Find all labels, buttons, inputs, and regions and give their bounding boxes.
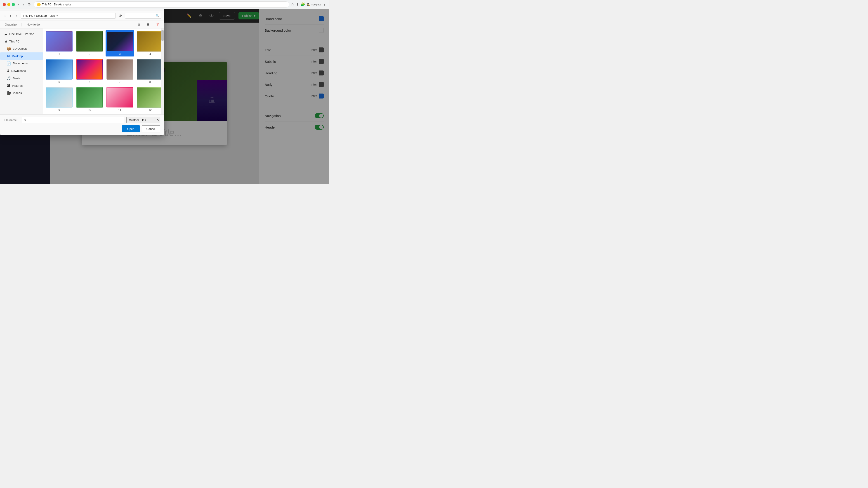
music-label: Music — [13, 76, 21, 80]
address-text: This PC › Desktop › pics — [42, 3, 71, 6]
file-name-10: 10 — [88, 108, 91, 111]
back-button[interactable]: ‹ — [17, 2, 21, 7]
dialog-filename-row: File name: Custom Files — [4, 117, 160, 123]
3dobjects-icon: 📦 — [6, 46, 11, 51]
documents-icon: 📄 — [6, 61, 11, 66]
dialog-toolbar: ‹ › ↑ This PC › Desktop › pics ▾ ⟳ 🔍 — [0, 11, 164, 21]
sidebar-videos[interactable]: 🎥 Videos — [0, 89, 43, 97]
documents-label: Documents — [13, 62, 28, 65]
dialog-new-folder-btn[interactable]: New folder — [25, 22, 42, 27]
breadcrumb-dropdown-icon[interactable]: ▾ — [57, 14, 58, 18]
sidebar-thispc[interactable]: 🖥 This PC — [0, 38, 43, 45]
pictures-icon: 🖼 — [6, 84, 10, 88]
thispc-icon: 🖥 — [4, 39, 7, 43]
file-thumb-10 — [76, 87, 103, 107]
file-item-3[interactable]: 3 — [105, 30, 134, 57]
dialog-refresh-btn[interactable]: ⟳ — [118, 13, 123, 19]
dialog-breadcrumb[interactable]: This PC › Desktop › pics ▾ — [21, 13, 116, 19]
help-btn[interactable]: ❓ — [154, 22, 161, 27]
dialog-action-buttons: Open Cancel — [4, 125, 160, 132]
file-name-6: 6 — [89, 80, 90, 84]
file-name-4: 4 — [149, 53, 151, 56]
sidebar-onedrive[interactable]: ☁ OneDrive – Person — [0, 30, 43, 38]
sidebar-music[interactable]: 🎵 Music — [0, 74, 43, 82]
file-item-12[interactable]: 12 — [136, 86, 164, 112]
downloads-icon: ⬇ — [6, 69, 9, 73]
file-item-4[interactable]: 4 — [136, 30, 164, 57]
dialog-cancel-btn[interactable]: Cancel — [142, 125, 160, 132]
browser-chrome: ‹ › ⟳ 🟡 This PC › Desktop › pics ☆ ⬇ 🧩 🕵… — [0, 0, 329, 9]
window-controls — [3, 3, 15, 6]
breadcrumb-sep-2: › — [48, 14, 49, 18]
file-item-11[interactable]: 11 — [105, 86, 134, 112]
dialog-up-btn[interactable]: ↑ — [14, 13, 19, 19]
sidebar-desktop[interactable]: 🖥 Desktop — [0, 53, 43, 60]
file-item-1[interactable]: 1 — [45, 30, 73, 57]
search-icon: 🔍 — [156, 14, 159, 18]
dialog-back-btn[interactable]: ‹ — [3, 13, 7, 19]
chrome-toolbar: ☆ ⬇ 🧩 🕵 Incognito ⋮ — [291, 2, 327, 6]
file-scrollbar-thumb — [161, 30, 164, 41]
file-item-2[interactable]: 2 — [75, 30, 104, 57]
window-maximize-btn[interactable] — [12, 3, 15, 6]
videos-icon: 🎥 — [6, 91, 11, 95]
file-item-10[interactable]: 10 — [75, 86, 104, 112]
file-open-dialog: Open ✕ ‹ › ↑ This PC › Desktop › pics ▾ … — [0, 0, 164, 135]
file-thumb-6 — [76, 59, 103, 79]
sidebar-pictures[interactable]: 🖼 Pictures — [0, 82, 43, 89]
incognito-label: Incognito — [311, 3, 321, 6]
file-name-11: 11 — [118, 108, 121, 111]
address-bar[interactable]: 🟡 This PC › Desktop › pics — [34, 1, 289, 8]
menu-icon[interactable]: ⋮ — [323, 2, 327, 6]
file-name-9: 9 — [59, 108, 60, 111]
dialog-organize-btn[interactable]: Organize — [3, 22, 19, 27]
sidebar-3dobjects[interactable]: 📦 3D Objects — [0, 45, 43, 53]
dialog-organize-bar: Organize | New folder ⊞ ☰ ❓ — [0, 21, 164, 29]
file-item-7[interactable]: 7 — [105, 58, 134, 85]
breadcrumb-part-2: Desktop — [36, 14, 47, 18]
onedrive-label: OneDrive – Person — [9, 32, 34, 36]
file-thumb-7 — [106, 59, 133, 79]
dialog-bottom: File name: Custom Files Open Cancel — [0, 114, 164, 135]
breadcrumb-sep-1: › — [34, 14, 35, 18]
view-toggle-btn[interactable]: ⊞ — [136, 22, 142, 27]
dialog-sidebar-scroll: ☁ OneDrive – Person 🖥 This PC 📦 3D Objec… — [0, 30, 43, 98]
file-thumb-11 — [106, 87, 133, 107]
file-item-9[interactable]: 9 — [45, 86, 73, 112]
window-minimize-btn[interactable] — [7, 3, 10, 6]
dialog-file-area: 1 2 3 4 5 — [43, 29, 164, 114]
videos-label: Videos — [13, 91, 22, 95]
dialog-open-btn[interactable]: Open — [122, 125, 140, 132]
file-name-3: 3 — [119, 53, 121, 56]
sidebar-acerc[interactable]: 💾 Acer (C:) — [0, 97, 43, 98]
bookmark-icon[interactable]: ☆ — [291, 2, 294, 6]
file-item-6[interactable]: 6 — [75, 58, 104, 85]
dialog-search-input[interactable] — [127, 14, 154, 18]
file-scrollbar[interactable] — [161, 29, 164, 114]
file-item-5[interactable]: 5 — [45, 58, 73, 85]
refresh-button[interactable]: ⟳ — [26, 2, 32, 7]
file-name-12: 12 — [149, 108, 151, 111]
forward-button[interactable]: › — [22, 2, 25, 7]
filename-input[interactable] — [22, 117, 124, 123]
dialog-search-box[interactable]: 🔍 — [125, 13, 161, 19]
file-thumb-5 — [46, 59, 72, 79]
filename-label: File name: — [4, 119, 20, 122]
window-close-btn[interactable] — [3, 3, 6, 6]
file-name-1: 1 — [59, 53, 60, 56]
sidebar-downloads[interactable]: ⬇ Downloads — [0, 67, 43, 74]
file-name-5: 5 — [59, 80, 60, 84]
filetype-select[interactable]: Custom Files — [126, 117, 160, 123]
view-details-btn[interactable]: ☰ — [145, 22, 151, 27]
desktop-label: Desktop — [12, 55, 23, 58]
nav-buttons: ‹ › ⟳ — [17, 2, 32, 7]
sidebar-documents[interactable]: 📄 Documents — [0, 60, 43, 67]
file-item-8[interactable]: 8 — [136, 58, 164, 85]
incognito-badge[interactable]: 🕵 Incognito — [307, 3, 321, 6]
extension-icon[interactable]: 🧩 — [301, 2, 305, 6]
file-thumb-9 — [46, 87, 72, 107]
file-thumb-4 — [137, 31, 163, 52]
dialog-forward-btn[interactable]: › — [8, 13, 12, 19]
download-icon[interactable]: ⬇ — [296, 2, 299, 6]
file-grid: 1 2 3 4 5 — [45, 30, 162, 112]
